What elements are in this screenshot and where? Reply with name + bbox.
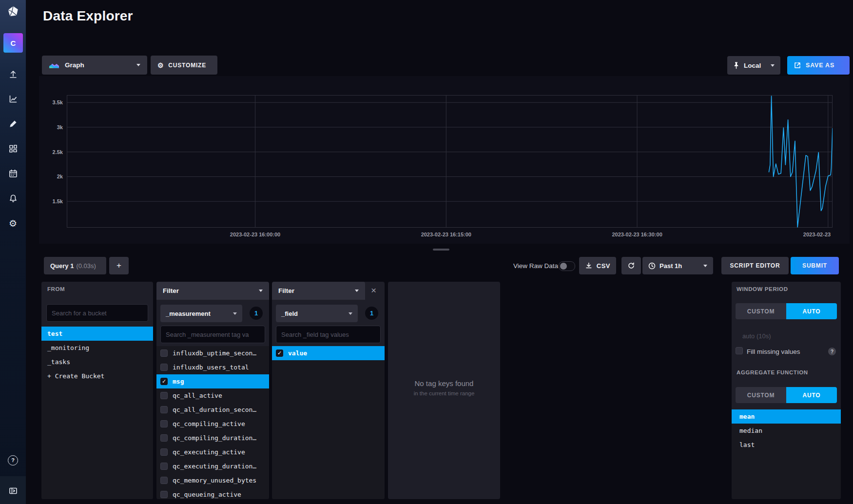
window-period-value: auto (10s) [742, 332, 771, 340]
measurement-item[interactable]: qc_all_active [156, 388, 269, 403]
add-query-button[interactable]: + [109, 257, 129, 274]
aggregate-custom-button[interactable]: CUSTOM [736, 387, 786, 403]
visualization-type-dropdown[interactable]: Graph [42, 56, 147, 75]
bucket-search-input[interactable] [46, 304, 148, 322]
measurement-key-select[interactable]: _measurement [160, 305, 242, 322]
save-as-button[interactable]: SAVE AS [787, 56, 850, 75]
query-tab[interactable]: Query 1 (0.03s) [44, 257, 106, 274]
checked-checkbox-icon[interactable]: ✓ [160, 378, 168, 385]
window-period-card: WINDOW PERIOD CUSTOM AUTO auto (10s) Fil… [732, 282, 841, 499]
chevron-down-icon [233, 312, 237, 315]
list-item-label: influxdb_uptime_secon… [173, 349, 256, 357]
filter-type-dropdown[interactable]: Filter [272, 282, 365, 300]
measurement-item[interactable]: qc_compiling_duration… [156, 431, 269, 445]
help-icon[interactable]: ? [0, 450, 26, 470]
upload-icon[interactable] [0, 64, 26, 84]
y-axis-tick-label: 1.5k [42, 198, 63, 204]
csv-label: CSV [597, 262, 610, 270]
chevron-down-icon [771, 64, 775, 67]
customize-label: CUSTOMIZE [168, 62, 206, 69]
list-item-label: mean [739, 413, 755, 420]
filter-title: Filter [163, 287, 179, 294]
aggregate-item[interactable]: mean [732, 409, 841, 424]
bucket-item[interactable]: + Create Bucket [41, 369, 153, 383]
measurement-item[interactable]: ✓msg [156, 374, 269, 388]
aggregate-item[interactable]: median [732, 424, 841, 438]
unchecked-checkbox[interactable] [160, 463, 168, 470]
measurement-search-input[interactable] [160, 326, 265, 343]
submit-button[interactable]: SUBMIT [791, 257, 839, 274]
bucket-item[interactable]: test [41, 327, 153, 341]
window-custom-button[interactable]: CUSTOM [736, 303, 786, 319]
window-period-mode-toggle: CUSTOM AUTO [736, 303, 837, 319]
influxdb-logo-icon[interactable] [7, 5, 19, 18]
unchecked-checkbox[interactable] [160, 392, 168, 399]
x-axis-tick-label: 2023-02-23 16:30:00 [612, 232, 662, 237]
measurement-item[interactable]: qc_all_duration_secon… [156, 403, 269, 417]
measurement-item[interactable]: qc_memory_unused_bytes [156, 473, 269, 487]
data-explorer-icon[interactable] [0, 89, 26, 109]
view-raw-data-toggle[interactable] [559, 261, 575, 271]
sidebar-nav: C ⚙ ? [0, 0, 26, 504]
list-item-label: qc_queueing_active [173, 491, 241, 498]
tasks-calendar-icon[interactable] [0, 164, 26, 183]
time-range-dropdown[interactable]: Past 1h [642, 257, 713, 274]
unchecked-checkbox[interactable] [160, 349, 168, 357]
query-duration: (0.03s) [76, 262, 96, 270]
bucket-item[interactable]: _monitoring [41, 341, 153, 355]
field-item[interactable]: ✓value [272, 346, 385, 360]
refresh-button[interactable] [621, 257, 641, 274]
notebooks-pencil-icon[interactable] [0, 114, 26, 134]
list-item-label: msg [173, 378, 184, 385]
empty-state-title: No tag keys found [415, 379, 474, 388]
unchecked-checkbox[interactable] [160, 406, 168, 413]
aggregate-auto-button[interactable]: AUTO [786, 387, 837, 403]
alerts-bell-icon[interactable] [0, 189, 26, 208]
chevron-down-icon [259, 290, 263, 292]
bucket-item[interactable]: _tasks [41, 355, 153, 369]
resize-drag-handle[interactable] [433, 249, 449, 251]
measurement-item[interactable]: qc_executing_duration… [156, 459, 269, 473]
field-filter-card: Filter × _field 1 ✓value [272, 282, 385, 499]
aggregate-mode-toggle: CUSTOM AUTO [736, 387, 837, 403]
unchecked-checkbox[interactable] [160, 491, 168, 498]
measurement-item[interactable]: influxdb_users_total [156, 360, 269, 374]
fill-missing-values-checkbox[interactable] [736, 347, 743, 354]
measurement-item[interactable]: qc_queueing_active [156, 487, 269, 499]
csv-download-button[interactable]: CSV [579, 257, 616, 274]
export-icon [794, 61, 801, 69]
y-axis-tick-label: 2k [42, 174, 63, 179]
unchecked-checkbox[interactable] [160, 420, 168, 427]
window-auto-button[interactable]: AUTO [786, 303, 837, 319]
empty-state-subtitle: in the current time range [414, 390, 475, 396]
variables-local-dropdown[interactable]: Local [727, 56, 780, 75]
unchecked-checkbox[interactable] [160, 448, 168, 456]
unchecked-checkbox[interactable] [160, 477, 168, 484]
org-avatar[interactable]: C [3, 33, 23, 53]
chevron-down-icon [703, 265, 707, 267]
help-tooltip-icon[interactable]: ? [828, 348, 836, 355]
measurement-item[interactable]: influxdb_uptime_secon… [156, 346, 269, 360]
dashboards-icon[interactable] [0, 139, 26, 158]
checked-checkbox-icon[interactable]: ✓ [276, 349, 283, 357]
unchecked-checkbox[interactable] [160, 434, 168, 442]
clock-icon [648, 262, 656, 270]
settings-gear-icon[interactable]: ⚙ [0, 213, 26, 233]
close-filter-icon[interactable]: × [371, 286, 376, 295]
from-card-title: FROM [47, 286, 65, 292]
aggregate-item[interactable]: last [732, 438, 841, 452]
field-key-select[interactable]: _field [276, 305, 358, 322]
save-as-label: SAVE AS [806, 62, 834, 69]
measurement-item[interactable]: qc_executing_active [156, 445, 269, 459]
expand-sidebar-icon[interactable] [0, 481, 26, 501]
unchecked-checkbox[interactable] [160, 364, 168, 371]
list-item-label: _tasks [47, 358, 70, 366]
script-editor-button[interactable]: SCRIPT EDITOR [721, 257, 789, 274]
filter-type-dropdown[interactable]: Filter [156, 282, 269, 300]
list-item-label: qc_compiling_active [173, 420, 245, 427]
field-search-input[interactable] [276, 326, 381, 343]
customize-button[interactable]: ⚙ CUSTOMIZE [151, 56, 217, 75]
measurement-item[interactable]: qc_compiling_active [156, 417, 269, 431]
time-series-chart[interactable] [67, 95, 833, 228]
measurement-list: influxdb_uptime_secon…influxdb_users_tot… [156, 346, 269, 499]
